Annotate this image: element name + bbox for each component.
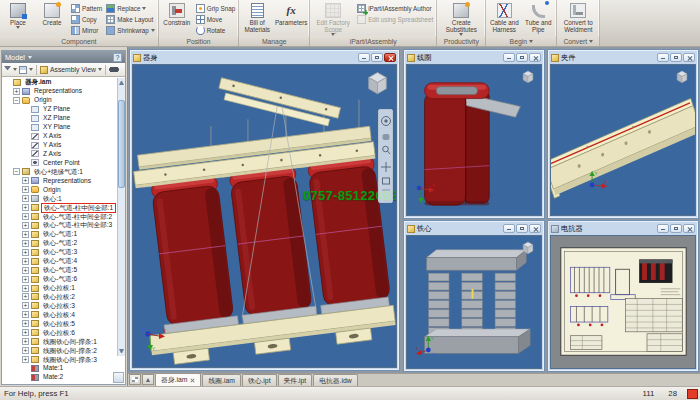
window-clamp[interactable]: 夹件 bbox=[547, 49, 699, 219]
begin-group-label[interactable]: Begin bbox=[486, 36, 556, 46]
replace-button[interactable]: Replace bbox=[104, 3, 157, 14]
arrange-windows-button[interactable] bbox=[129, 374, 141, 385]
minimize-button[interactable] bbox=[657, 224, 669, 233]
document-tab[interactable]: 铁心.ipt bbox=[242, 374, 277, 386]
tree-item[interactable]: +铁心-气道-柱中间全部:3 bbox=[2, 221, 125, 230]
scrollbar-thumb[interactable] bbox=[118, 100, 125, 188]
viewcube[interactable] bbox=[521, 240, 535, 259]
tree-item[interactable]: +线圈铁心间-撑条:2 bbox=[2, 346, 125, 355]
tree-expander-icon[interactable]: + bbox=[22, 302, 29, 309]
minimize-button[interactable] bbox=[503, 53, 515, 62]
tree-expander-icon[interactable]: − bbox=[13, 97, 20, 104]
place-button[interactable]: Place bbox=[1, 1, 35, 29]
viewport-clamp[interactable]: Y X Z bbox=[550, 64, 696, 216]
browser-help-button[interactable]: ? bbox=[113, 53, 122, 62]
filter-caret-icon[interactable] bbox=[13, 68, 17, 71]
tree-item[interactable]: +铁心-气道:5 bbox=[2, 266, 125, 275]
tree-item[interactable]: +线圈铁心间-撑条:3 bbox=[2, 355, 125, 364]
tree-item[interactable]: XY Plane bbox=[2, 123, 125, 132]
viewport-reactor-drawing[interactable] bbox=[550, 235, 696, 369]
tree-item[interactable]: +铁心-气道:4 bbox=[2, 257, 125, 266]
filter-icon[interactable] bbox=[4, 66, 11, 73]
window-reactor-titlebar[interactable]: 电抗器 bbox=[550, 222, 696, 235]
tree-item[interactable]: +铁心拉板:1 bbox=[2, 284, 125, 293]
tree-item[interactable]: +铁心-气道-柱中间全部:1 bbox=[2, 203, 125, 212]
window-core-titlebar[interactable]: 铁心 bbox=[406, 222, 542, 235]
tree-expander-icon[interactable]: + bbox=[22, 195, 29, 202]
view-mode-caret-icon[interactable] bbox=[98, 68, 102, 71]
viewport-assembly[interactable]: 0757-85122088 bbox=[132, 64, 397, 368]
view-mode-selector[interactable]: Assembly View bbox=[50, 66, 96, 73]
tree-expander-icon[interactable]: + bbox=[22, 240, 29, 247]
cable-and-harness-button[interactable]: Cable and Harness bbox=[487, 1, 521, 33]
tree-item[interactable]: Mate:2 bbox=[2, 373, 125, 382]
tree-item[interactable]: +铁心拉板:3 bbox=[2, 301, 125, 310]
tree-expander-icon[interactable]: + bbox=[22, 285, 29, 292]
tree-item[interactable]: X Axis bbox=[2, 132, 125, 141]
tree-item[interactable]: Center Point bbox=[2, 158, 125, 167]
viewcube[interactable] bbox=[365, 69, 390, 100]
tree-expander-icon[interactable]: + bbox=[22, 267, 29, 274]
tree-display-icon[interactable] bbox=[19, 66, 27, 74]
tree-expander-icon[interactable]: + bbox=[22, 329, 29, 336]
create-button[interactable]: Create bbox=[35, 1, 69, 26]
move-button[interactable]: Move bbox=[194, 14, 237, 25]
tree-expander-icon[interactable]: + bbox=[22, 177, 29, 184]
maximize-button[interactable] bbox=[516, 53, 528, 62]
tree-expander-icon[interactable]: + bbox=[22, 276, 29, 283]
tree-item[interactable]: +铁心拉板:4 bbox=[2, 310, 125, 319]
tree-expander-icon[interactable]: + bbox=[22, 347, 29, 354]
viewcube[interactable] bbox=[521, 69, 535, 88]
tree-expander-icon[interactable]: + bbox=[22, 258, 29, 265]
close-button[interactable] bbox=[529, 53, 541, 62]
tree-expander-icon[interactable]: + bbox=[22, 311, 29, 318]
tree-item[interactable]: YZ Plane bbox=[2, 105, 125, 114]
viewport-coil[interactable]: Z X Y bbox=[406, 64, 542, 216]
shrinkwrap-button[interactable]: Shrinkwrap bbox=[104, 25, 157, 36]
scroll-up-icon[interactable] bbox=[119, 80, 124, 85]
pattern-button[interactable]: Pattern bbox=[69, 3, 104, 14]
constrain-button[interactable]: Constrain bbox=[160, 1, 194, 26]
document-tab[interactable]: 线圈.iam bbox=[202, 374, 240, 386]
tree-expander-icon[interactable]: + bbox=[22, 186, 29, 193]
tree-item[interactable]: Z Axis bbox=[2, 150, 125, 159]
tree-item[interactable]: XZ Plane bbox=[2, 114, 125, 123]
tree-expander-icon[interactable]: + bbox=[22, 213, 29, 220]
tree-item[interactable]: +Representations bbox=[2, 176, 125, 185]
tree-item[interactable]: Mate:1 bbox=[2, 364, 125, 373]
assembly-view-icon[interactable] bbox=[40, 66, 48, 74]
tree-item[interactable]: Y Axis bbox=[2, 141, 125, 150]
maximize-button[interactable] bbox=[670, 53, 682, 62]
minimize-button[interactable] bbox=[503, 224, 515, 233]
browser-title-caret-icon[interactable] bbox=[28, 56, 32, 59]
tree-item[interactable]: −铁心+绝缘气道:1 bbox=[2, 167, 125, 176]
window-assembly[interactable]: 器身 bbox=[129, 49, 400, 371]
close-button[interactable] bbox=[683, 53, 695, 62]
tree-expander-icon[interactable]: + bbox=[22, 356, 29, 363]
close-button[interactable] bbox=[384, 53, 396, 62]
bill-of-materials-button[interactable]: Bill of Materials bbox=[240, 1, 274, 33]
edit-factory-scope-button[interactable]: Edit Factory Scope bbox=[311, 1, 355, 36]
tree-item[interactable]: +铁心-气道-柱中间全部:2 bbox=[2, 212, 125, 221]
window-core[interactable]: 铁心 bbox=[403, 220, 545, 372]
shrinkwrap-caret-icon[interactable] bbox=[151, 29, 155, 32]
parameters-button[interactable]: fx Parameters bbox=[274, 1, 308, 26]
tab-close-icon[interactable] bbox=[190, 378, 195, 383]
tree-expander-icon[interactable]: + bbox=[22, 320, 29, 327]
tab-scroll-button[interactable] bbox=[142, 374, 154, 385]
mirror-button[interactable]: Mirror bbox=[69, 25, 104, 36]
tree-display-caret-icon[interactable] bbox=[29, 68, 33, 71]
tube-and-pipe-button[interactable]: Tube and Pipe bbox=[521, 1, 555, 33]
tree-item[interactable]: 器身.iam bbox=[2, 78, 125, 87]
scroll-down-icon[interactable] bbox=[119, 349, 124, 354]
tree-expander-icon[interactable]: − bbox=[13, 168, 20, 175]
create-substitutes-button[interactable]: Create Substitutes bbox=[438, 1, 484, 36]
find-icon[interactable] bbox=[109, 66, 119, 73]
tree-item[interactable]: +线圈铁心间-撑条:1 bbox=[2, 337, 125, 346]
rotate-button[interactable]: Rotate bbox=[194, 25, 237, 36]
tree-expander-icon[interactable]: + bbox=[22, 293, 29, 300]
copy-button[interactable]: Copy bbox=[69, 14, 104, 25]
viewport-core[interactable]: Y X Z bbox=[406, 235, 542, 369]
window-coil-titlebar[interactable]: 线圈 bbox=[406, 51, 542, 64]
place-caret-icon[interactable] bbox=[16, 26, 20, 29]
